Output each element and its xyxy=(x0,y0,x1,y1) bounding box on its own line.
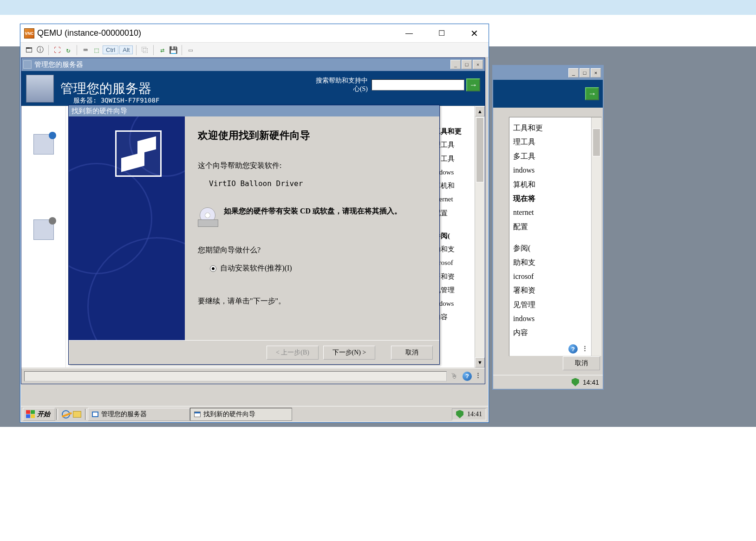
bg-link[interactable]: 署和资 xyxy=(513,283,588,297)
transfer-icon[interactable]: ⇄ xyxy=(156,45,168,55)
section-header: 参阅( xyxy=(434,229,475,243)
link[interactable]: 多工具 xyxy=(434,152,475,166)
bg-section-header: 参阅( xyxy=(513,241,588,255)
maximize-button[interactable]: □ xyxy=(462,60,472,69)
wizard-continue-hint: 要继续，请单击"下一步"。 xyxy=(198,296,426,306)
link[interactable]: 内容 xyxy=(434,310,475,324)
bg-link[interactable]: 理工具 xyxy=(513,135,588,149)
taskbar-item-server-manager[interactable]: 管理您的服务器 xyxy=(88,408,190,421)
link[interactable]: 算机和 xyxy=(434,179,475,193)
security-shield-icon[interactable] xyxy=(456,410,463,419)
wizard-radio-auto[interactable]: 自动安装软件(推荐)(I) xyxy=(210,264,426,273)
server-manager-header: 管理您的服务器 服务器: 3QWISH-F7F9108F 搜索帮助和支持中心(S… xyxy=(21,71,485,106)
server-manager-titlebar[interactable]: 管理您的服务器 _ □ × xyxy=(21,58,485,71)
dialog-icon xyxy=(194,412,201,417)
configure-icon[interactable] xyxy=(33,219,54,240)
bg-link[interactable]: indows xyxy=(513,163,588,177)
new-connection-icon[interactable]: 🗔 xyxy=(23,45,34,55)
help-icon[interactable]: ? xyxy=(568,344,578,354)
wizard-back-button: < 上一步(B) xyxy=(267,346,319,360)
window-icon xyxy=(92,412,98,417)
server-manager-leftnav xyxy=(21,106,66,367)
copy-icon[interactable]: ⿻ xyxy=(139,45,150,55)
qemu-vnc-window: VNC QEMU (instance-00000010) — ☐ ✕ 🗔 ⓘ ⛶… xyxy=(20,24,489,423)
link[interactable]: 见管理 xyxy=(434,283,475,297)
search-input[interactable] xyxy=(371,79,464,90)
bg-link[interactable]: 见管理 xyxy=(513,298,588,312)
qemu-titlebar[interactable]: VNC QEMU (instance-00000010) — ☐ ✕ xyxy=(20,24,489,43)
quick-launch xyxy=(59,410,84,419)
start-button[interactable]: 开始 xyxy=(23,408,55,421)
bg-link[interactable]: 助和支 xyxy=(513,256,588,270)
horizontal-scrollbar[interactable] xyxy=(24,371,447,381)
section-header: 工具和更 xyxy=(434,125,475,138)
hardware-icon xyxy=(115,130,162,177)
server-icon xyxy=(26,75,54,103)
wizard-content: 欢迎使用找到新硬件向导 这个向导帮助您安装软件: VirtIO Balloon … xyxy=(185,116,439,340)
bg-link[interactable]: 配置 xyxy=(513,220,588,234)
bg-cancel-button[interactable]: 取消 xyxy=(563,356,600,370)
refresh-icon[interactable]: ↻ xyxy=(63,45,74,55)
bg-statusbar: 14:41 xyxy=(493,375,603,389)
ctrl-alt-del-icon[interactable]: ⌨ xyxy=(80,45,91,55)
bg-link[interactable]: 算机和 xyxy=(513,178,588,192)
radio-selected-icon xyxy=(210,265,216,272)
scale-icon[interactable]: ▭ xyxy=(185,45,196,55)
link[interactable]: 配置 xyxy=(434,206,475,220)
link[interactable]: icrosof xyxy=(434,256,475,270)
server-manager-rightlinks: 工具和更 理工具 多工具 indows 算机和 nternet 配置 参阅( 助… xyxy=(434,106,475,367)
windows-logo-icon xyxy=(26,410,35,419)
ctrl-key[interactable]: Ctrl xyxy=(103,45,118,54)
explorer-icon[interactable] xyxy=(73,411,81,418)
minimize-button[interactable]: _ xyxy=(568,68,579,77)
server-name-label: 服务器: 3QWISH-F7F9108F xyxy=(73,97,159,105)
task-label: 找到新的硬件向导 xyxy=(203,410,255,419)
close-button[interactable]: × xyxy=(591,68,601,77)
save-icon[interactable]: 💾 xyxy=(168,45,179,55)
bg-header: → xyxy=(493,80,603,108)
wizard-next-button[interactable]: 下一步(N) > xyxy=(323,346,375,360)
taskbar: 开始 管理您的服务器 找到新的硬件向导 14:41 xyxy=(21,406,488,422)
info-icon[interactable]: ⓘ xyxy=(34,45,46,55)
window-title: 管理您的服务器 xyxy=(34,60,450,69)
taskbar-item-hardware-wizard[interactable]: 找到新的硬件向导 xyxy=(190,408,292,421)
vertical-scrollbar[interactable] xyxy=(591,117,601,356)
alt-key[interactable]: Alt xyxy=(119,45,133,54)
maximize-button[interactable]: □ xyxy=(580,68,590,77)
maximize-button[interactable]: ☐ xyxy=(431,26,452,40)
start-label: 开始 xyxy=(37,410,50,419)
wizard-cancel-button[interactable]: 取消 xyxy=(391,346,433,360)
vertical-scrollbar[interactable]: ▲ ▼ xyxy=(475,106,485,367)
link[interactable]: 署和资 xyxy=(434,270,475,283)
search-go-button[interactable]: → xyxy=(466,78,480,91)
minimize-button[interactable]: — xyxy=(398,26,420,40)
bg-link[interactable]: 多工具 xyxy=(513,149,588,163)
bg-link[interactable]: 内容 xyxy=(513,326,588,340)
bg-link[interactable]: icrosof xyxy=(513,270,588,283)
bg-hint: 现在将 xyxy=(513,192,588,206)
wizard-driver-name: VirtIO Balloon Driver xyxy=(209,179,426,188)
close-button[interactable]: ✕ xyxy=(463,26,485,40)
fullscreen-icon[interactable]: ⛶ xyxy=(52,45,63,55)
wizard-cd-message: 如果您的硬件带有安装 CD 或软盘，请现在将其插入。 xyxy=(224,206,402,216)
vnc-toolbar: 🗔 ⓘ ⛶ ↻ ⌨ ⬚ Ctrl Alt ⿻ ⇄ 💾 ▭ xyxy=(20,43,489,58)
link[interactable]: 助和支 xyxy=(434,243,475,256)
link[interactable]: nternet xyxy=(434,193,475,206)
minimize-button[interactable]: _ xyxy=(450,60,461,69)
link[interactable]: indows xyxy=(434,297,475,310)
ie-icon[interactable] xyxy=(62,410,70,419)
close-button[interactable]: × xyxy=(473,60,483,69)
add-role-icon[interactable] xyxy=(33,134,54,155)
link[interactable]: 理工具 xyxy=(434,138,475,152)
go-button[interactable]: → xyxy=(585,87,599,100)
link[interactable]: indows xyxy=(434,166,475,179)
bg-link[interactable]: nternet xyxy=(513,206,588,219)
bg-section-header: 工具和更 xyxy=(513,121,588,135)
radio-label: 自动安装软件(推荐)(I) xyxy=(220,264,292,273)
help-icon[interactable]: ? xyxy=(463,372,472,381)
task-label: 管理您的服务器 xyxy=(101,410,147,419)
wizard-titlebar[interactable]: 找到新的硬件向导 xyxy=(69,105,439,116)
send-keys-icon[interactable]: ⬚ xyxy=(91,45,102,55)
bg-link[interactable]: indows xyxy=(513,312,588,326)
vnc-icon: VNC xyxy=(24,28,34,39)
